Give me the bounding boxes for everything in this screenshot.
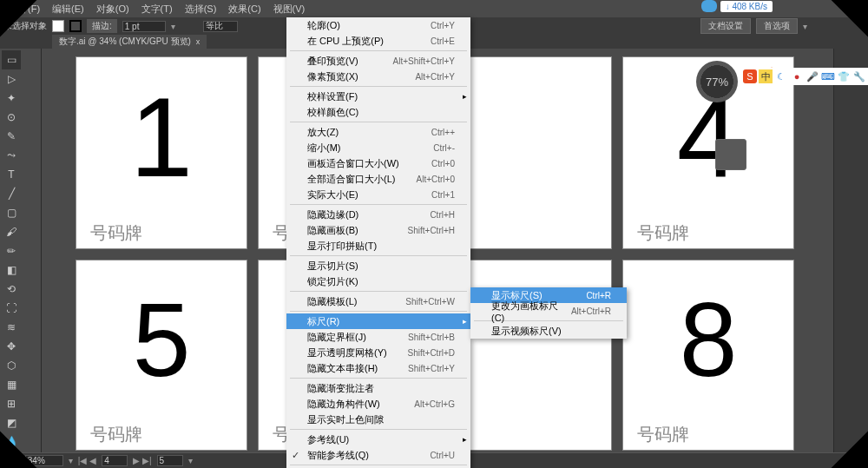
ime-mic-icon[interactable]: 🎤 — [806, 69, 819, 83]
artboard-label: 号码牌 — [76, 419, 247, 450]
artboard-label: 号码牌 — [623, 419, 793, 450]
menu-item[interactable]: 全部适合窗口大小(L)Alt+Ctrl+0 — [286, 171, 470, 187]
menu-item[interactable]: 放大(Z)Ctrl++ — [286, 124, 470, 140]
menu-item[interactable]: 隐藏边角构件(W)Alt+Ctrl+G — [286, 396, 470, 412]
gradient-tool[interactable]: ◩ — [2, 413, 21, 432]
artboard-1[interactable]: 1号码牌 — [76, 57, 247, 248]
menu-item[interactable]: 显示切片(S) — [286, 258, 470, 274]
menu-item[interactable]: 隐藏画板(B)Shift+Ctrl+H — [286, 222, 470, 238]
selection-tool[interactable]: ▭ — [2, 50, 21, 69]
ime-logo-icon[interactable]: S — [743, 69, 757, 83]
mesh-tool[interactable]: ⊞ — [2, 394, 21, 413]
type-tool[interactable]: T — [2, 165, 21, 184]
stroke-label: 描边: — [87, 19, 117, 33]
brush-tool[interactable]: 🖌 — [2, 222, 21, 241]
menu-item[interactable]: 在 CPU 上预览(P)Ctrl+E — [286, 33, 470, 49]
artboard-nav[interactable] — [102, 455, 128, 466]
doc-setup-btn[interactable]: 文档设置 — [700, 18, 751, 34]
menu-item[interactable]: 显示打印拼贴(T) — [286, 238, 470, 254]
submenu-item[interactable]: 显示视频标尺(V) — [470, 323, 627, 339]
perspective-tool[interactable]: ▦ — [2, 375, 21, 394]
netspeed-widget: ↓ 408 KB/s — [701, 0, 773, 12]
right-panel-dock[interactable] — [833, 49, 868, 452]
menu-edit[interactable]: 编辑(E) — [47, 1, 89, 17]
menu-item[interactable]: 隐藏文本串接(H)Shift+Ctrl+Y — [286, 360, 470, 376]
pencil-tool[interactable]: ✏ — [2, 241, 21, 260]
rulers-submenu: 显示标尺(S)Ctrl+R更改为画板标尺(C)Alt+Ctrl+R显示视频标尺(… — [470, 287, 627, 339]
artboard-number: 8 — [623, 260, 793, 419]
menu-view[interactable]: 视图(V) — [268, 1, 311, 17]
menu-type[interactable]: 文字(T) — [136, 1, 178, 17]
menu-item[interactable]: 画板适合窗口大小(W)Ctrl+0 — [286, 155, 470, 171]
menu-item[interactable]: 标尺(R)▸ — [286, 313, 470, 329]
artboard-label: 号码牌 — [76, 217, 247, 248]
menu-item[interactable]: 叠印预览(V)Alt+Shift+Ctrl+Y — [286, 53, 470, 69]
menu-item[interactable]: 校样设置(F)▸ — [286, 89, 470, 104]
menu-item[interactable]: 锁定切片(K) — [286, 274, 470, 289]
menu-item[interactable]: 隐藏模板(L)Shift+Ctrl+W — [286, 293, 470, 309]
artboard-next-icon[interactable]: ▶ ▶| — [133, 456, 151, 465]
ime-moon-icon[interactable]: ☾ — [774, 69, 788, 83]
menu-item[interactable]: 实际大小(E)Ctrl+1 — [286, 187, 470, 202]
ime-rec-icon[interactable]: ● — [790, 69, 804, 83]
menu-object[interactable]: 对象(O) — [91, 1, 135, 17]
view-menu-dropdown: 轮廓(O)Ctrl+Y在 CPU 上预览(P)Ctrl+E叠印预览(V)Alt+… — [286, 17, 470, 468]
stroke-weight[interactable] — [122, 21, 166, 32]
menu-select[interactable]: 选择(S) — [180, 1, 222, 17]
scale-tool[interactable]: ⛶ — [2, 299, 21, 318]
panel-icon[interactable] — [715, 139, 746, 170]
toolbox: ▭ ▷ ✦ ⊙ ✎ ⤳ T ╱ ▢ 🖌 ✏ ◧ ⟲ ⛶ ≋ ✥ ⬡ ▦ ⊞ ◩ … — [0, 49, 42, 452]
tab-title: 数字.ai @ 34% (CMYK/GPU 预览) — [59, 36, 191, 48]
ime-skin-icon[interactable]: 👕 — [837, 69, 851, 83]
menu-item[interactable]: 隐藏定界框(J)Shift+Ctrl+B — [286, 329, 470, 345]
menu-item[interactable]: 隐藏边缘(D)Ctrl+H — [286, 207, 470, 222]
menu-item[interactable]: 轮廓(O)Ctrl+Y — [286, 17, 470, 33]
artboard-number: 5 — [76, 260, 247, 419]
ime-bar: S 中 ☾ ● 🎤 ⌨ 👕 🔧 — [741, 68, 868, 85]
direct-sel-tool[interactable]: ▷ — [2, 69, 21, 89]
width-tool[interactable]: ≋ — [2, 318, 21, 337]
ime-kb-icon[interactable]: ⌨ — [821, 69, 835, 83]
artboard-sel[interactable] — [157, 455, 183, 466]
artboard-prev-icon[interactable]: |◀ ◀ — [78, 456, 96, 465]
free-transform[interactable]: ✥ — [2, 337, 21, 356]
download-speed: ↓ 408 KB/s — [720, 1, 773, 12]
menu-item[interactable]: 隐藏渐变批注者 — [286, 380, 470, 396]
line-tool[interactable]: ╱ — [2, 184, 21, 203]
wand-tool[interactable]: ✦ — [2, 89, 21, 108]
cloud-icon — [701, 0, 717, 12]
lasso-tool[interactable]: ⊙ — [2, 108, 21, 127]
menu-item[interactable]: 参考线(U)▸ — [286, 432, 470, 447]
menu-item[interactable]: 智能参考线(Q)Ctrl+U — [286, 447, 470, 463]
fill-swatch[interactable] — [52, 20, 64, 32]
tab-close-icon[interactable]: x — [196, 37, 201, 46]
artboard-label: 号码牌 — [623, 217, 793, 248]
menu-item[interactable]: 显示实时上色间隙 — [286, 412, 470, 427]
menu-item[interactable]: 显示透明度网格(Y)Shift+Ctrl+D — [286, 345, 470, 360]
scale-mode[interactable] — [203, 21, 238, 32]
menu-item[interactable]: 像素预览(X)Alt+Ctrl+Y — [286, 69, 470, 84]
menu-item[interactable]: 校样颜色(C) — [286, 104, 470, 120]
pen-tool[interactable]: ✎ — [2, 127, 21, 146]
artboard-5[interactable]: 5号码牌 — [76, 260, 247, 450]
stroke-swatch[interactable] — [69, 20, 82, 32]
submenu-item[interactable]: 更改为画板标尺(C)Alt+Ctrl+R — [470, 303, 627, 319]
eraser-tool[interactable]: ◧ — [2, 260, 21, 280]
rect-tool[interactable]: ▢ — [2, 203, 21, 222]
document-tab[interactable]: 数字.ai @ 34% (CMYK/GPU 预览) x — [52, 35, 207, 49]
menu-effect[interactable]: 效果(C) — [223, 1, 266, 17]
artboard-number: 1 — [76, 57, 247, 217]
prefs-btn[interactable]: 首选项 — [756, 18, 798, 34]
speed-dial: 77% ↓ 15.3K/s — [696, 61, 738, 102]
ime-lang-icon[interactable]: 中 — [759, 69, 773, 83]
menu-item[interactable]: 缩小(M)Ctrl+- — [286, 140, 470, 155]
ime-tool-icon[interactable]: 🔧 — [852, 69, 866, 83]
rotate-tool[interactable]: ⟲ — [2, 280, 21, 299]
shape-builder[interactable]: ⬡ — [2, 356, 21, 375]
artboard-8[interactable]: 8号码牌 — [623, 260, 793, 450]
curvature-tool[interactable]: ⤳ — [2, 146, 21, 165]
